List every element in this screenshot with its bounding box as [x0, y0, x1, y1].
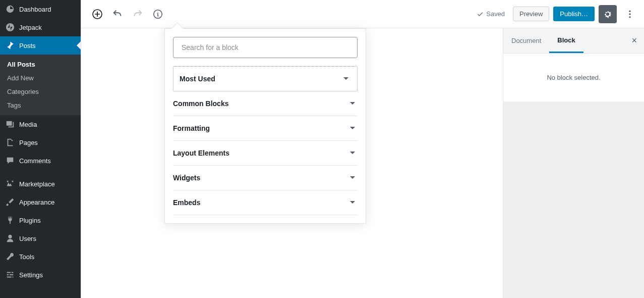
pages-icon	[5, 137, 15, 147]
content-info-button[interactable]	[149, 5, 167, 23]
tools-icon	[5, 252, 15, 262]
sidebar-item-marketplace[interactable]: Marketplace	[0, 175, 81, 193]
close-icon: ×	[631, 35, 637, 45]
preview-button[interactable]: Preview	[513, 7, 549, 21]
block-inserter-popover: Most Used Common Blocks Formatting Layou…	[164, 28, 366, 224]
comments-icon	[5, 156, 15, 166]
settings-sliders-icon	[5, 270, 15, 280]
dashboard-icon	[5, 4, 15, 14]
sidebar-item-users[interactable]: Users	[0, 229, 81, 247]
saved-label: Saved	[486, 10, 505, 18]
more-options-button[interactable]	[621, 5, 639, 23]
add-block-button[interactable]	[88, 5, 106, 23]
sidebar-item-posts[interactable]: Posts	[0, 36, 81, 55]
sidebar-item-pages[interactable]: Pages	[0, 133, 81, 152]
inserter-category-most-used[interactable]: Most Used	[173, 66, 358, 91]
sidebar-sub-tags[interactable]: Tags	[0, 98, 81, 112]
sidebar-item-label: Media	[19, 121, 37, 128]
chevron-down-icon	[341, 74, 351, 84]
inserter-category-widgets[interactable]: Widgets	[173, 166, 358, 190]
publish-button[interactable]: Publish…	[553, 7, 595, 21]
sidebar-item-comments[interactable]: Comments	[0, 152, 81, 170]
editor-topbar: Saved Preview Publish…	[81, 0, 644, 28]
pin-icon	[5, 40, 15, 51]
tab-document[interactable]: Document	[503, 28, 549, 53]
sidebar-item-label: Tools	[19, 253, 34, 261]
gear-icon	[603, 9, 613, 19]
chevron-down-icon	[347, 197, 358, 208]
sidebar-item-label: Jetpack	[19, 24, 42, 31]
panel-close-button[interactable]: ×	[624, 35, 644, 46]
block-search-input[interactable]	[173, 37, 358, 58]
inserter-category-common-blocks[interactable]: Common Blocks	[173, 91, 358, 116]
chevron-down-icon	[347, 173, 358, 183]
chevron-down-icon	[347, 98, 358, 109]
sidebar-item-plugins[interactable]: Plugins	[0, 211, 81, 229]
chevron-down-icon	[347, 123, 358, 133]
undo-button[interactable]	[108, 5, 127, 23]
sidebar-item-label: Pages	[19, 139, 38, 146]
sidebar-item-label: Comments	[19, 157, 51, 165]
svg-point-4	[629, 13, 630, 15]
sidebar-item-label: Appearance	[19, 198, 54, 206]
saved-status: Saved	[476, 10, 505, 18]
jetpack-icon	[5, 22, 15, 32]
chevron-down-icon	[347, 148, 358, 158]
plug-icon	[5, 215, 15, 225]
inserter-category-formatting[interactable]: Formatting	[173, 116, 358, 141]
sidebar-item-label: Plugins	[19, 217, 41, 224]
sidebar-item-label: Dashboard	[19, 6, 51, 13]
sidebar-item-tools[interactable]: Tools	[0, 247, 81, 266]
sidebar-item-jetpack[interactable]: Jetpack	[0, 18, 81, 36]
inserter-category-layout-elements[interactable]: Layout Elements	[173, 141, 358, 166]
sidebar-item-label: Settings	[19, 271, 43, 279]
sidebar-sub-all-posts[interactable]: All Posts	[0, 58, 81, 71]
admin-sidebar: Dashboard Jetpack Posts All Posts Add Ne…	[0, 0, 81, 298]
sidebar-item-settings[interactable]: Settings	[0, 266, 81, 284]
sidebar-sub-add-new[interactable]: Add New	[0, 71, 81, 85]
tab-block[interactable]: Block	[549, 28, 583, 53]
settings-panel: Document Block × No block selected.	[503, 28, 644, 298]
brush-icon	[5, 197, 15, 207]
marketplace-icon	[5, 179, 15, 189]
user-icon	[5, 233, 15, 243]
check-icon	[476, 10, 484, 18]
panel-message: No block selected.	[503, 54, 644, 102]
redo-button[interactable]	[129, 5, 147, 23]
media-icon	[5, 119, 15, 129]
svg-point-0	[6, 23, 14, 31]
sidebar-submenu-posts: All Posts Add New Categories Tags	[0, 55, 81, 115]
svg-point-5	[629, 16, 630, 18]
sidebar-item-appearance[interactable]: Appearance	[0, 193, 81, 211]
settings-button[interactable]	[599, 5, 617, 23]
sidebar-sub-categories[interactable]: Categories	[0, 85, 81, 98]
sidebar-item-dashboard[interactable]: Dashboard	[0, 0, 81, 18]
sidebar-item-label: Marketplace	[19, 180, 55, 188]
ellipsis-vertical-icon	[625, 9, 635, 19]
inserter-category-embeds[interactable]: Embeds	[173, 190, 358, 215]
sidebar-item-label: Posts	[19, 42, 36, 49]
sidebar-item-media[interactable]: Media	[0, 115, 81, 133]
sidebar-item-label: Users	[19, 235, 36, 242]
svg-point-3	[629, 10, 630, 12]
